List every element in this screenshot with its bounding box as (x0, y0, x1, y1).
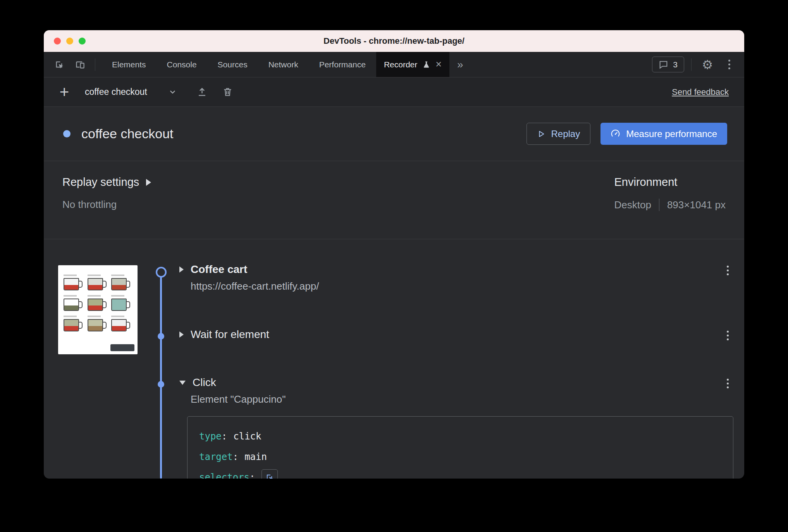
device-toolbar-icon[interactable] (71, 56, 89, 74)
tabbar-separator (691, 58, 692, 71)
select-element-button[interactable] (262, 469, 278, 479)
step-menu-kebab-icon[interactable] (727, 331, 729, 340)
recording-title: coffee checkout (81, 126, 174, 141)
code-line-type: type:click (199, 426, 721, 446)
tab-performance[interactable]: Performance (309, 52, 376, 77)
measure-performance-label: Measure performance (626, 129, 717, 139)
measure-performance-button[interactable]: Measure performance (600, 123, 727, 145)
recording-thumbnail (58, 265, 138, 354)
environment-block: Environment Desktop 893×1041 px (614, 176, 726, 211)
more-tabs-chevron[interactable]: » (449, 52, 471, 77)
timeline-node-click (158, 381, 164, 388)
recording-select-value: coffee checkout (85, 87, 147, 97)
step-title: Click (193, 376, 216, 389)
tab-label: Performance (319, 60, 366, 69)
devtools-window: DevTools - chrome://new-tab-page/ Elemen… (44, 30, 744, 479)
tab-label: Console (167, 60, 197, 69)
tab-console[interactable]: Console (157, 52, 207, 77)
step-click-toggle[interactable]: Click (179, 376, 286, 389)
play-icon (537, 130, 545, 138)
delete-recording-icon[interactable] (219, 83, 237, 101)
code-colon: : (249, 472, 255, 479)
step-detail-editor: type:click target:main selectors: (187, 416, 733, 479)
code-colon: : (233, 451, 238, 462)
code-colon: : (222, 431, 227, 442)
close-window-button[interactable] (54, 38, 61, 45)
code-line-target: target:main (199, 446, 721, 467)
recording-actions (193, 83, 237, 101)
step-menu-kebab-icon[interactable] (727, 266, 729, 275)
environment-separator (659, 199, 659, 211)
send-feedback-link[interactable]: Send feedback (672, 87, 729, 97)
environment-device: Desktop (614, 199, 651, 211)
step-wait-toggle[interactable]: Wait for element (179, 328, 269, 341)
replay-settings-label: Replay settings (62, 176, 139, 189)
code-key: selectors (199, 472, 249, 479)
recording-status-dot (63, 130, 71, 137)
replay-label: Replay (551, 129, 580, 139)
tab-network[interactable]: Network (258, 52, 309, 77)
tabbar-right-icons: 3 ⚙ (652, 52, 744, 77)
expand-down-icon (179, 381, 186, 385)
add-recording-button[interactable]: + (54, 83, 75, 101)
traffic-lights (54, 30, 86, 52)
inspect-element-icon[interactable] (50, 56, 68, 74)
tab-recorder-active[interactable]: Recorder × (376, 52, 449, 77)
tab-label: Network (268, 60, 298, 69)
experiment-flask-icon (422, 60, 430, 69)
step-wait: Wait for element (179, 328, 269, 341)
expand-right-icon (179, 266, 184, 273)
tab-label: Recorder (384, 60, 417, 69)
code-value: main (244, 451, 267, 462)
steps-section: Coffee cart https://coffee-cart.netlify.… (44, 239, 744, 479)
recording-select[interactable]: coffee checkout (85, 87, 177, 97)
tabbar-left-icons (44, 52, 102, 77)
devtools-tabbar: Elements Console Sources Network Perform… (44, 52, 744, 77)
close-tab-icon[interactable]: × (435, 59, 442, 70)
tab-sources[interactable]: Sources (207, 52, 258, 77)
header-actions: Replay Measure performance (526, 123, 728, 145)
step-url: https://coffee-cart.netlify.app/ (191, 280, 319, 292)
message-count: 3 (673, 60, 678, 69)
tab-label: Sources (218, 60, 248, 69)
step-element: Element "Cappucino" (191, 393, 286, 405)
titlebar: DevTools - chrome://new-tab-page/ (44, 30, 744, 52)
environment-dimensions: 893×1041 px (667, 199, 726, 211)
expand-right-icon (146, 179, 151, 186)
window-title: DevTools - chrome://new-tab-page/ (323, 36, 465, 46)
step-title: Coffee cart (191, 263, 247, 276)
expand-right-icon (179, 331, 184, 338)
recording-header: coffee checkout Replay Measure performan… (44, 107, 744, 161)
zoom-window-button[interactable] (79, 38, 86, 45)
speedometer-icon (611, 129, 620, 139)
cart-total-badge (110, 344, 134, 351)
step-navigate-toggle[interactable]: Coffee cart (179, 263, 319, 276)
timeline-line (160, 273, 162, 479)
replay-button[interactable]: Replay (526, 123, 591, 145)
code-key: type (199, 431, 222, 442)
step-menu-kebab-icon[interactable] (727, 379, 729, 388)
message-bubble-icon (659, 60, 668, 69)
step-title: Wait for element (191, 328, 269, 341)
timeline-node-wait (158, 333, 164, 340)
timeline-node-navigate (156, 267, 167, 278)
environment-label: Environment (614, 176, 726, 189)
export-recording-icon[interactable] (193, 83, 211, 101)
tabbar-separator (95, 58, 95, 71)
tab-label: Elements (112, 60, 146, 69)
code-key: target (199, 451, 233, 462)
desktop-background: DevTools - chrome://new-tab-page/ Elemen… (0, 0, 788, 532)
replay-settings-section: Replay settings No throttling Environmen… (44, 161, 744, 239)
chevron-down-icon (168, 88, 177, 96)
code-value: click (233, 431, 261, 442)
minimize-window-button[interactable] (66, 38, 73, 45)
tab-elements[interactable]: Elements (102, 52, 157, 77)
step-navigate: Coffee cart https://coffee-cart.netlify.… (179, 263, 319, 292)
recorder-toolbar: + coffee checkout Send feedback (44, 77, 744, 107)
issues-messages-button[interactable]: 3 (652, 57, 684, 72)
main-menu-kebab-icon[interactable] (720, 56, 738, 74)
step-click: Click Element "Cappucino" (179, 376, 286, 405)
settings-gear-icon[interactable]: ⚙ (699, 56, 716, 74)
code-line-selectors: selectors: (199, 467, 721, 479)
